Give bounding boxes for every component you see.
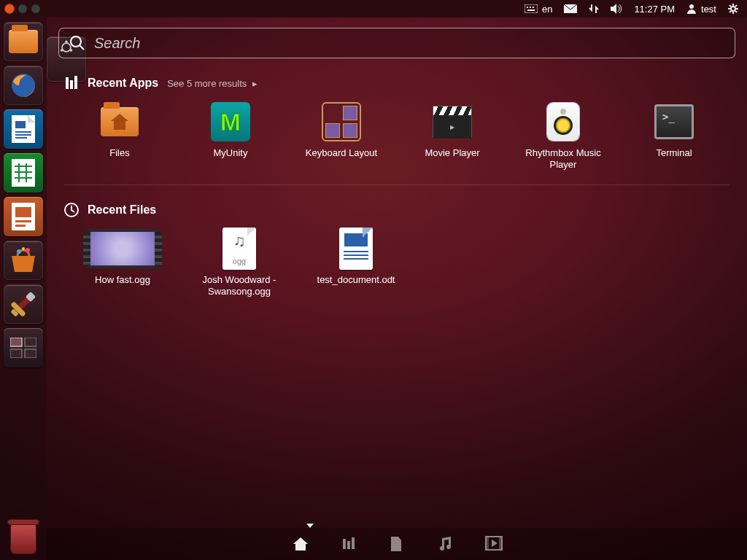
lens-music[interactable] — [437, 536, 453, 552]
svg-rect-44 — [25, 338, 36, 346]
user-label: test — [701, 4, 716, 15]
launcher-calc[interactable] — [4, 153, 43, 192]
lens-videos[interactable] — [485, 536, 501, 552]
app-terminal[interactable]: >_ Terminal — [619, 102, 729, 171]
system-menu[interactable] — [724, 4, 743, 14]
svg-line-15 — [735, 5, 737, 7]
svg-rect-24 — [15, 121, 26, 128]
keyboard-layout-icon — [322, 102, 361, 141]
svg-rect-46 — [25, 349, 36, 358]
svg-marker-61 — [492, 540, 498, 547]
launcher-workspace-switcher[interactable] — [4, 328, 43, 368]
document-file-icon — [339, 228, 373, 270]
file-label: test_document.odt — [317, 274, 395, 286]
network-indicator[interactable] — [584, 4, 603, 14]
workspace-icon — [10, 338, 36, 358]
svg-point-8 — [731, 7, 735, 11]
keyboard-indicator[interactable]: en — [520, 4, 557, 15]
network-icon — [589, 4, 599, 14]
software-center-icon — [9, 247, 38, 273]
lens-applications[interactable] — [341, 536, 357, 552]
app-keyboard-layout[interactable]: Keyboard Layout — [286, 102, 397, 171]
app-rhythmbox[interactable]: Rhythmbox Music Player — [508, 102, 619, 171]
svg-rect-3 — [533, 7, 534, 8]
clock-icon — [64, 203, 79, 217]
window-minimize-button[interactable] — [18, 4, 28, 14]
sound-indicator[interactable] — [606, 4, 627, 14]
search-input[interactable] — [94, 35, 724, 52]
file-test-document[interactable]: test_document.odt — [298, 229, 414, 298]
user-menu[interactable]: test — [682, 4, 721, 15]
svg-point-47 — [71, 36, 81, 47]
app-label: Movie Player — [425, 147, 479, 159]
svg-rect-45 — [10, 349, 22, 358]
messaging-indicator[interactable] — [560, 4, 581, 13]
window-maximize-button[interactable] — [31, 4, 41, 14]
svg-point-39 — [26, 248, 30, 252]
file-label: How fast.ogg — [95, 274, 150, 286]
svg-rect-56 — [347, 541, 350, 549]
svg-line-48 — [80, 45, 84, 50]
folder-icon — [101, 107, 139, 136]
svg-point-40 — [22, 247, 25, 250]
svg-point-7 — [689, 4, 694, 9]
lens-bar — [47, 528, 747, 560]
lens-home[interactable] — [293, 536, 309, 552]
launcher-software-center[interactable] — [4, 241, 43, 280]
svg-point-38 — [17, 249, 21, 254]
recent-apps-title: Recent Apps — [88, 77, 158, 90]
launcher-writer[interactable] — [4, 109, 43, 149]
user-icon — [686, 4, 697, 14]
app-movie-player[interactable]: ▶ Movie Player — [397, 102, 508, 171]
window-close-button[interactable] — [4, 4, 15, 14]
launcher-system-settings[interactable] — [4, 284, 43, 324]
keyboard-icon — [525, 4, 538, 13]
recent-apps-more-link[interactable]: See 5 more results ▸ — [167, 78, 257, 89]
file-label: Josh Woodward - Swansong.ogg — [188, 274, 290, 298]
folder-icon — [9, 30, 38, 53]
app-myunity[interactable]: M MyUnity — [175, 102, 286, 171]
svg-rect-4 — [527, 9, 535, 11]
launcher-home-folder[interactable] — [4, 22, 43, 61]
recent-apps-grid: Files M MyUnity Keyboard Layout ▶ Movie … — [64, 102, 729, 171]
file-how-fast[interactable]: How fast.ogg — [64, 229, 181, 298]
firefox-icon — [9, 71, 38, 100]
speaker-icon — [547, 103, 579, 141]
svg-marker-52 — [111, 114, 128, 130]
lens-files[interactable] — [389, 536, 405, 552]
file-icon — [389, 536, 403, 552]
svg-line-14 — [735, 11, 737, 12]
app-label: Keyboard Layout — [306, 147, 377, 159]
launcher-trash[interactable] — [4, 516, 43, 556]
section-divider — [64, 184, 729, 185]
video-icon — [485, 536, 503, 551]
svg-line-16 — [729, 11, 731, 12]
svg-rect-1 — [527, 7, 528, 8]
search-bar[interactable] — [58, 28, 735, 58]
app-label: MyUnity — [214, 147, 248, 159]
volume-icon — [611, 4, 622, 14]
app-files[interactable]: Files — [64, 102, 175, 171]
svg-rect-57 — [352, 537, 355, 549]
music-icon — [437, 536, 453, 552]
svg-rect-55 — [343, 539, 346, 549]
svg-rect-26 — [15, 134, 31, 136]
launcher-impress[interactable] — [4, 197, 43, 236]
launcher-firefox[interactable] — [4, 66, 43, 105]
svg-rect-59 — [486, 537, 489, 550]
video-thumbnail-icon — [88, 229, 158, 268]
keyboard-indicator-label: en — [542, 4, 552, 15]
mail-icon — [564, 4, 577, 13]
calc-icon — [12, 159, 35, 187]
gear-icon — [728, 4, 738, 14]
home-icon — [293, 536, 309, 552]
svg-rect-60 — [499, 537, 502, 550]
file-josh-woodward[interactable]: ♫ogg Josh Woodward - Swansong.ogg — [181, 229, 298, 298]
clock[interactable]: 11:27 PM — [630, 4, 679, 15]
apps-section-icon — [64, 76, 79, 90]
recent-files-grid: How fast.ogg ♫ogg Josh Woodward - Swanso… — [64, 229, 729, 298]
myunity-icon: M — [211, 102, 250, 141]
recent-files-section: Recent Files How fast.ogg ♫ogg Josh Wood… — [58, 200, 735, 298]
svg-marker-6 — [611, 4, 616, 14]
svg-rect-35 — [15, 207, 31, 217]
